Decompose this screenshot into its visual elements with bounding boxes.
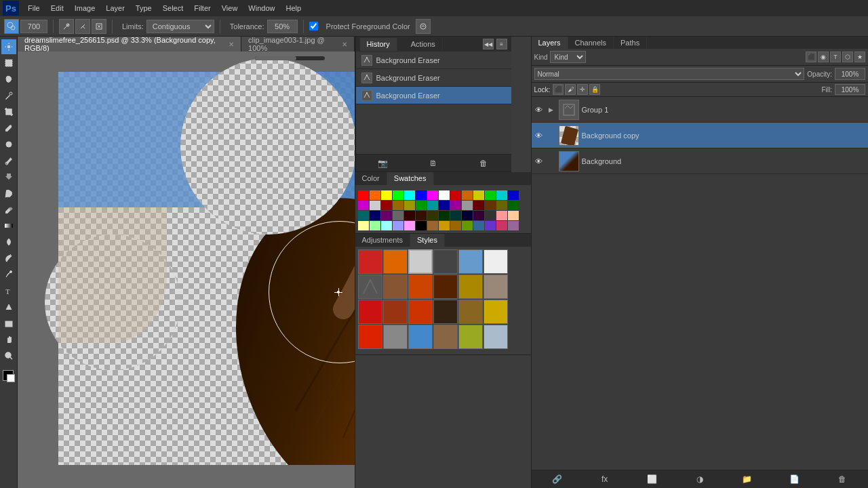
color-swatch[interactable] [473, 201, 484, 210]
layers-tab[interactable]: Layers [532, 37, 568, 49]
color-swatch[interactable] [462, 190, 473, 200]
lock-position-btn[interactable]: ✛ [577, 84, 588, 95]
color-swatch[interactable] [485, 201, 496, 210]
style-item-14[interactable] [408, 300, 433, 324]
history-menu-btn[interactable]: ≡ [496, 39, 507, 49]
menu-help[interactable]: Help [281, 3, 306, 14]
color-swatch[interactable] [370, 211, 380, 220]
color-swatch[interactable] [473, 211, 484, 220]
color-swatch[interactable] [462, 201, 473, 210]
style-item-22[interactable] [458, 325, 483, 349]
tolerance-input[interactable] [267, 20, 298, 33]
color-swatch[interactable] [462, 211, 473, 220]
style-item-19[interactable] [383, 325, 408, 349]
layer-row-group1[interactable]: 👁 ▶ Group 1 [532, 97, 869, 123]
color-swatch[interactable] [485, 190, 496, 200]
scroll-thumb[interactable] [255, 56, 297, 60]
tool-zoom[interactable] [1, 348, 16, 363]
opacity-input[interactable] [835, 68, 865, 80]
color-swatch[interactable] [450, 190, 461, 200]
tool-crop[interactable] [1, 104, 16, 119]
tab-psd[interactable]: dreamslimefree_256615.psd @ 33.3% (Backg… [18, 37, 241, 52]
menu-edit[interactable]: Edit [46, 3, 68, 14]
color-swatch[interactable] [393, 221, 403, 230]
limits-select[interactable]: Contiguous Discontiguous Find Edges [146, 20, 214, 33]
filter-adjust-btn[interactable]: ◉ [818, 52, 829, 62]
tool-blur[interactable] [1, 235, 16, 249]
brush-mode-btn2[interactable] [75, 19, 90, 34]
color-swatch[interactable] [473, 221, 484, 230]
style-item-20[interactable] [408, 325, 433, 349]
color-swatch[interactable] [485, 211, 496, 220]
color-swatch[interactable] [393, 201, 403, 210]
layer-expand-bg[interactable] [547, 157, 556, 166]
color-swatch[interactable] [450, 201, 461, 210]
tool-shape[interactable] [1, 316, 16, 331]
menu-view[interactable]: View [217, 3, 243, 14]
tool-path-select[interactable] [1, 300, 16, 314]
layer-row-bg[interactable]: 👁 Background [532, 148, 869, 174]
filter-shape-btn[interactable]: ⬡ [842, 52, 853, 62]
channels-tab[interactable]: Channels [568, 37, 614, 49]
foreground-color[interactable] [1, 367, 16, 382]
color-swatch[interactable] [416, 211, 427, 220]
tool-text[interactable]: T [1, 283, 16, 298]
history-item-1[interactable]: Background Eraser [356, 69, 511, 87]
tool-hand[interactable] [1, 332, 16, 347]
layer-adj-btn[interactable]: ◑ [693, 472, 707, 486]
blend-mode-select[interactable]: Normal Dissolve Multiply Screen Overlay [534, 68, 805, 80]
layer-new-btn[interactable]: 📄 [788, 472, 802, 486]
lock-all-btn[interactable]: 🔒 [589, 84, 600, 95]
color-swatch[interactable] [404, 211, 415, 220]
tool-history-brush[interactable] [1, 186, 16, 201]
brush-mode-btn3[interactable] [92, 19, 106, 34]
color-swatch[interactable] [439, 211, 450, 220]
color-swatch[interactable] [439, 221, 450, 230]
swatches-tab[interactable]: Swatches [387, 172, 434, 185]
style-item-13[interactable] [383, 300, 408, 324]
style-item-0[interactable] [358, 249, 382, 274]
color-swatch[interactable] [393, 211, 403, 220]
tool-brush[interactable] [1, 153, 16, 168]
brush-mode-btn1[interactable] [59, 19, 74, 34]
brush-size-input[interactable] [20, 20, 47, 33]
color-swatch[interactable] [439, 201, 450, 210]
color-tab[interactable]: Color [355, 172, 387, 185]
color-swatch[interactable] [370, 201, 380, 210]
color-swatch[interactable] [508, 190, 519, 200]
filter-text-btn[interactable]: T [830, 52, 841, 62]
color-swatch[interactable] [370, 221, 380, 230]
layer-expand-group1[interactable]: ▶ [547, 105, 556, 115]
layer-link-btn[interactable]: 🔗 [551, 472, 564, 486]
color-swatch[interactable] [462, 221, 473, 230]
layer-group-btn[interactable]: 📁 [741, 472, 754, 486]
color-swatch[interactable] [416, 201, 427, 210]
style-item-9[interactable] [433, 274, 458, 299]
style-item-17[interactable] [484, 300, 508, 324]
color-swatch[interactable] [427, 201, 438, 210]
menu-filter[interactable]: Filter [189, 3, 215, 14]
color-swatch[interactable] [508, 221, 519, 230]
tool-dodge[interactable] [1, 251, 16, 266]
menu-type[interactable]: Type [131, 3, 157, 14]
scroll-track[interactable] [255, 56, 325, 60]
color-swatch[interactable] [358, 211, 369, 220]
tool-gradient[interactable] [1, 218, 16, 233]
tool-eraser[interactable] [1, 202, 16, 217]
tool-healing[interactable] [1, 137, 16, 152]
style-item-4[interactable] [458, 249, 483, 274]
tool-pen[interactable] [1, 267, 16, 282]
color-swatch[interactable] [496, 190, 507, 200]
style-item-11[interactable] [484, 274, 508, 299]
tab-jpg[interactable]: clip_image003-1.jpg @ 100% ✕ [241, 37, 354, 52]
color-swatch[interactable] [450, 221, 461, 230]
tool-lasso[interactable] [1, 72, 16, 87]
color-swatch[interactable] [508, 211, 519, 220]
color-swatch[interactable] [427, 190, 438, 200]
style-item-15[interactable] [433, 300, 458, 324]
filter-smart-btn[interactable]: ★ [854, 52, 865, 62]
color-swatch[interactable] [496, 201, 507, 210]
color-swatch[interactable] [508, 201, 519, 210]
style-item-23[interactable] [484, 325, 508, 349]
history-item-2[interactable]: Background Eraser [356, 87, 511, 104]
